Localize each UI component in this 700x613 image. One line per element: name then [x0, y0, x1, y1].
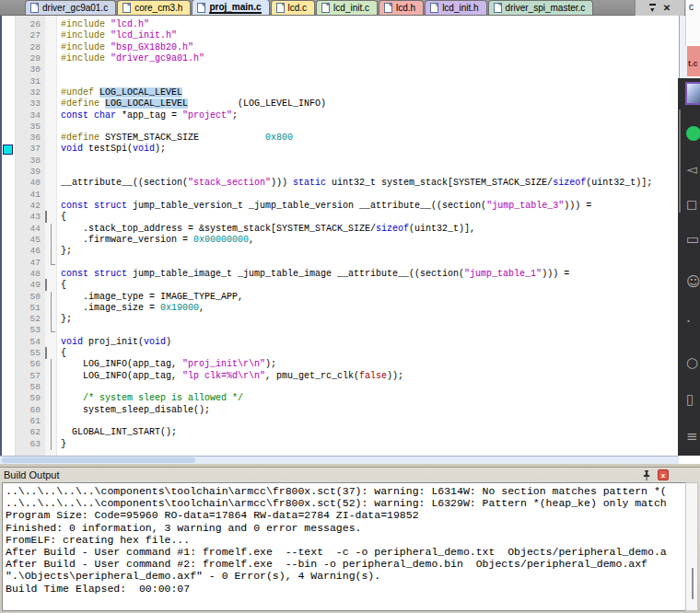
- build-output-scrollbar[interactable]: [685, 482, 698, 611]
- code-line[interactable]: 29#include "driver_gc9a01.h": [0, 53, 679, 64]
- overlapping-dark-window[interactable]: ◅ ◻ ▭ ☺ · ○ ▯ ≡: [678, 78, 700, 456]
- bookmark-cell[interactable]: [0, 416, 16, 427]
- bookmark-cell[interactable]: [0, 314, 16, 325]
- bookmark-cell[interactable]: [0, 121, 16, 133]
- bookmark-cell[interactable]: [0, 110, 16, 121]
- bookmark-cell[interactable]: [0, 371, 16, 382]
- send-icon[interactable]: ◅: [686, 163, 697, 177]
- dot-icon[interactable]: ·: [686, 316, 691, 330]
- close-icon[interactable]: ✕: [663, 4, 671, 13]
- bookmark-cell[interactable]: [0, 246, 16, 257]
- code-line[interactable]: 52};: [0, 314, 679, 325]
- bookmark-cell[interactable]: [0, 87, 16, 98]
- code-line[interactable]: 50 .image_type = IMAGE_TYPE_APP,: [0, 292, 679, 303]
- card-icon[interactable]: ▭: [686, 233, 699, 247]
- bookmark-cell[interactable]: [0, 190, 16, 201]
- code-editor[interactable]: 26#include "lcd.h"27#include "lcd_init.h…: [0, 16, 679, 456]
- code-line[interactable]: 62 GLOBAL_INT_START();: [0, 427, 679, 438]
- scrollbar-thumb[interactable]: [2, 457, 195, 463]
- cube-icon[interactable]: ◻: [686, 198, 697, 212]
- build-close-icon[interactable]: x: [658, 469, 669, 480]
- fold-toggle-icon[interactable]: [45, 280, 57, 291]
- bookmark-cell[interactable]: [0, 224, 16, 235]
- bookmark-cell[interactable]: [0, 235, 16, 246]
- bookmark-cell[interactable]: [0, 382, 16, 393]
- code-line[interactable]: 39: [0, 167, 679, 178]
- bookmark-cell[interactable]: [0, 19, 16, 30]
- circle-icon[interactable]: ○: [686, 356, 698, 370]
- code-line[interactable]: 54void proj_init(void): [0, 337, 679, 348]
- green-status-icon[interactable]: [686, 126, 700, 141]
- side-window-scrollbar[interactable]: [679, 110, 681, 213]
- bookmark-icon[interactable]: [0, 144, 16, 155]
- code-line[interactable]: 57 LOG_INFO(app_tag, "lp clk=%d\r\n", pm…: [0, 371, 679, 382]
- bookmark-cell[interactable]: [0, 337, 16, 348]
- editor-horizontal-scrollbar[interactable]: [0, 456, 679, 464]
- code-line[interactable]: 45 .firmware_version = 0x00000000,: [0, 235, 679, 246]
- tab-driver_spi_master.c[interactable]: driver_spi_master.c: [488, 0, 594, 15]
- tab-core_cm3.h[interactable]: core_cm3.h: [117, 0, 191, 15]
- tab-lcd.c[interactable]: lcd.c: [271, 0, 316, 15]
- code-lines[interactable]: 26#include "lcd.h"27#include "lcd_init.h…: [0, 19, 679, 450]
- bookmark-cell[interactable]: [0, 405, 16, 416]
- bookmark-cell[interactable]: [0, 280, 16, 291]
- tab-driver_gc9a01.c[interactable]: driver_gc9a01.c: [25, 0, 116, 15]
- bookmark-cell[interactable]: [0, 269, 16, 280]
- fold-toggle-icon[interactable]: [45, 212, 57, 223]
- code-line[interactable]: 53: [0, 325, 679, 336]
- code-line[interactable]: 35: [0, 121, 679, 133]
- bookmark-cell[interactable]: [0, 201, 16, 212]
- code-line[interactable]: 36#define SYSTEM_STACK_SIZE 0x800: [0, 133, 679, 144]
- code-line[interactable]: 41: [0, 190, 679, 201]
- bookmark-cell[interactable]: [0, 439, 16, 450]
- code-line[interactable]: 37void testSpi(void);: [0, 144, 679, 155]
- bookmark-cell[interactable]: [0, 53, 16, 64]
- code-line[interactable]: 46};: [0, 246, 679, 257]
- bookmark-cell[interactable]: [0, 133, 16, 144]
- bookmark-cell[interactable]: [0, 167, 16, 178]
- tab-proj_main.c[interactable]: proj_main.c: [192, 0, 269, 15]
- code-line[interactable]: 40__attribute__((section("stack_section"…: [0, 178, 679, 189]
- code-line[interactable]: 32#undef LOG_LOCAL_LEVEL: [0, 87, 679, 98]
- code-line[interactable]: 30: [0, 64, 679, 75]
- code-line[interactable]: 48const struct jump_table_image_t _jump_…: [0, 269, 679, 280]
- code-line[interactable]: 49{: [0, 280, 679, 291]
- bookmark-cell[interactable]: [0, 178, 16, 189]
- code-line[interactable]: 28#include "bsp_GX18b20.h": [0, 42, 679, 53]
- tab-lcd_init.h[interactable]: lcd_init.h: [425, 0, 486, 15]
- bookmark-cell[interactable]: [0, 258, 16, 269]
- bookmark-cell[interactable]: [0, 359, 16, 370]
- photo-thumbnail-icon[interactable]: [685, 82, 700, 105]
- code-line[interactable]: 31: [0, 76, 679, 87]
- bookmark-cell[interactable]: [0, 427, 16, 438]
- bookmark-cell[interactable]: [0, 98, 16, 110]
- code-line[interactable]: 61: [0, 416, 679, 427]
- bookmark-cell[interactable]: [0, 212, 16, 223]
- bookmark-cell[interactable]: [0, 393, 16, 404]
- tab-lcd_init.c[interactable]: lcd_init.c: [316, 0, 378, 15]
- bookmark-cell[interactable]: [0, 292, 16, 303]
- code-line[interactable]: 43{: [0, 212, 679, 223]
- bookmark-cell[interactable]: [0, 348, 16, 359]
- code-line[interactable]: 47: [0, 258, 679, 269]
- bookmark-cell[interactable]: [0, 325, 16, 336]
- code-line[interactable]: 59 /* system sleep is allowed */: [0, 393, 679, 404]
- code-line[interactable]: 34const char *app_tag = "project";: [0, 110, 679, 121]
- tab-list-icon[interactable]: ▼: [649, 4, 656, 13]
- scrollbar-thumb[interactable]: [692, 568, 694, 599]
- code-line[interactable]: 58: [0, 382, 679, 393]
- code-line[interactable]: 42const struct jump_table_version_t _jum…: [0, 201, 679, 212]
- code-line[interactable]: 26#include "lcd.h": [0, 19, 679, 30]
- fold-toggle-icon[interactable]: [45, 348, 57, 359]
- menu-icon[interactable]: ≡: [686, 430, 698, 444]
- code-line[interactable]: 27#include "lcd_init.h": [0, 30, 679, 41]
- code-line[interactable]: 63}: [0, 439, 679, 450]
- build-output-log[interactable]: ..\..\..\..\..\components\toolchain\armc…: [2, 482, 685, 611]
- document-icon[interactable]: ▯: [686, 393, 694, 407]
- emoji-icon[interactable]: ☺: [686, 275, 700, 289]
- tab-lcd.h[interactable]: lcd.h: [379, 0, 424, 15]
- code-line[interactable]: 51 .image_size = 0x19000,: [0, 303, 679, 314]
- code-line[interactable]: 55{: [0, 348, 679, 359]
- bookmark-cell[interactable]: [0, 42, 16, 53]
- code-line[interactable]: 56 LOG_INFO(app_tag, "proj_init\r\n");: [0, 359, 679, 370]
